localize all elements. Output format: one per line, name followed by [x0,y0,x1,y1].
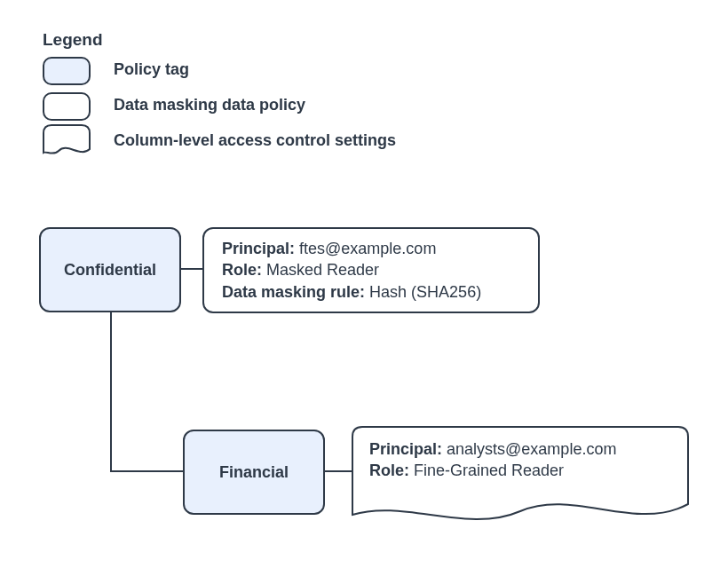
acl-scroll-icon [43,124,91,158]
principal-value: analysts@example.com [447,440,616,458]
policy-tag-financial: Financial [183,430,325,515]
connector-line [110,470,183,472]
policy-tag-label: Financial [219,463,289,482]
role-value: Fine-Grained Reader [414,462,564,479]
role-label: Role: [222,261,262,279]
policy-tag-icon [43,57,91,85]
policy-tag-label: Confidential [64,261,156,280]
rule-label: Data masking rule: [222,283,365,301]
connector-line [181,268,202,270]
acl-settings-financial: Principal: analysts@example.com Role: Fi… [352,426,689,532]
legend-title: Legend [43,30,103,50]
connector-line [325,470,352,472]
role-value: Masked Reader [266,261,379,279]
policy-tag-confidential: Confidential [39,227,181,312]
masking-policy-icon [43,92,91,121]
legend-item-masking: Data masking data policy [114,96,305,114]
principal-label: Principal: [369,440,442,458]
principal-label: Principal: [222,240,295,257]
legend-item-policy-tag: Policy tag [114,60,189,79]
masking-policy-confidential: Principal: ftes@example.com Role: Masked… [202,227,540,313]
principal-value: ftes@example.com [299,240,436,257]
legend-item-acl: Column-level access control settings [114,131,396,150]
connector-line [110,312,112,472]
diagram-canvas: Legend Policy tag Data masking data poli… [0,0,728,568]
rule-value: Hash (SHA256) [369,283,481,301]
role-label: Role: [369,462,409,479]
